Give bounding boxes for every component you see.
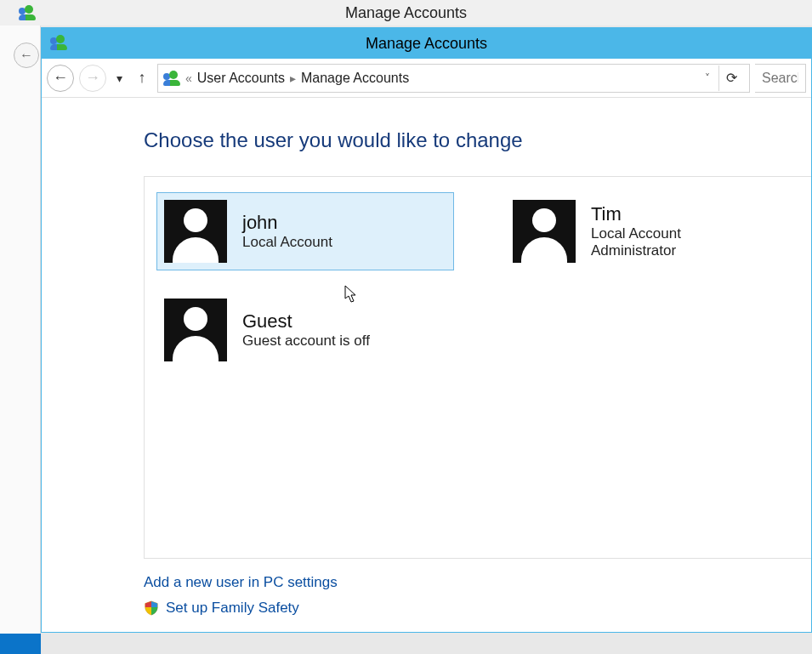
arrow-left-icon: ← [53, 69, 68, 87]
account-status: Guest account is off [242, 333, 370, 350]
link-label: Add a new user in PC settings [144, 574, 338, 591]
manage-accounts-window: Manage Accounts ← → ▾ ↑ « User Accounts … [41, 27, 812, 633]
refresh-icon: ⟳ [726, 70, 737, 86]
link-label: Set up Family Safety [166, 600, 299, 617]
account-info: john Local Account [242, 212, 332, 251]
background-window-title: Manage Accounts [345, 4, 467, 21]
account-name: Guest [242, 310, 370, 333]
account-item-guest[interactable]: Guest Guest account is off [156, 291, 454, 369]
account-type: Local Account [591, 225, 681, 242]
people-icon [19, 5, 36, 20]
breadcrumb-overflow[interactable]: « [185, 71, 192, 85]
people-icon [163, 71, 180, 86]
breadcrumb-manage-accounts[interactable]: Manage Accounts [301, 71, 409, 86]
back-button[interactable]: ← [47, 65, 74, 92]
page-heading: Choose the user you would like to change [144, 128, 811, 152]
chevron-down-icon: ˅ [705, 72, 710, 84]
chevron-down-icon: ▾ [116, 71, 122, 85]
avatar-icon [164, 200, 227, 263]
accounts-box: john Local Account Tim Local Account Adm… [144, 176, 811, 559]
avatar-icon [164, 299, 227, 361]
forward-button[interactable]: → [79, 65, 106, 92]
account-item-tim[interactable]: Tim Local Account Administrator [505, 192, 803, 270]
avatar-icon [513, 200, 576, 263]
refresh-button[interactable]: ⟳ [718, 65, 744, 91]
account-role: Administrator [591, 242, 681, 259]
address-field[interactable]: « User Accounts ▸ Manage Accounts ˅ ⟳ [157, 64, 750, 93]
arrow-left-icon: ← [20, 48, 33, 63]
address-bar: ← → ▾ ↑ « User Accounts ▸ Manage Account… [42, 59, 811, 98]
account-name: john [242, 212, 332, 234]
window-title: Manage Accounts [366, 35, 487, 53]
chevron-right-icon: ▸ [290, 71, 296, 85]
background-title-bar: Manage Accounts [0, 0, 812, 26]
account-item-john[interactable]: john Local Account [156, 192, 454, 270]
search-input[interactable] [755, 64, 806, 93]
arrow-up-icon: ↑ [139, 69, 146, 87]
accounts-grid: john Local Account Tim Local Account Adm… [156, 192, 803, 369]
taskbar-fragment [0, 634, 41, 654]
title-bar[interactable]: Manage Accounts [42, 28, 811, 59]
account-type: Local Account [242, 234, 332, 251]
account-name: Tim [591, 203, 681, 225]
account-info: Guest Guest account is off [242, 310, 370, 350]
background-back-button[interactable]: ← [14, 43, 39, 68]
address-dropdown[interactable]: ˅ [703, 72, 712, 84]
background-strip [0, 26, 41, 634]
breadcrumb-user-accounts[interactable]: User Accounts [197, 71, 285, 86]
family-safety-link[interactable]: Set up Family Safety [144, 600, 811, 617]
content-area: Choose the user you would like to change… [42, 98, 811, 632]
add-user-link[interactable]: Add a new user in PC settings [144, 574, 811, 591]
shield-icon [144, 600, 159, 616]
account-info: Tim Local Account Administrator [591, 203, 681, 259]
people-icon [50, 35, 67, 50]
up-button[interactable]: ↑ [132, 68, 152, 88]
bottom-links: Add a new user in PC settings Set up Fam… [144, 574, 811, 617]
recent-locations-dropdown[interactable]: ▾ [111, 71, 127, 85]
arrow-right-icon: → [85, 69, 100, 87]
